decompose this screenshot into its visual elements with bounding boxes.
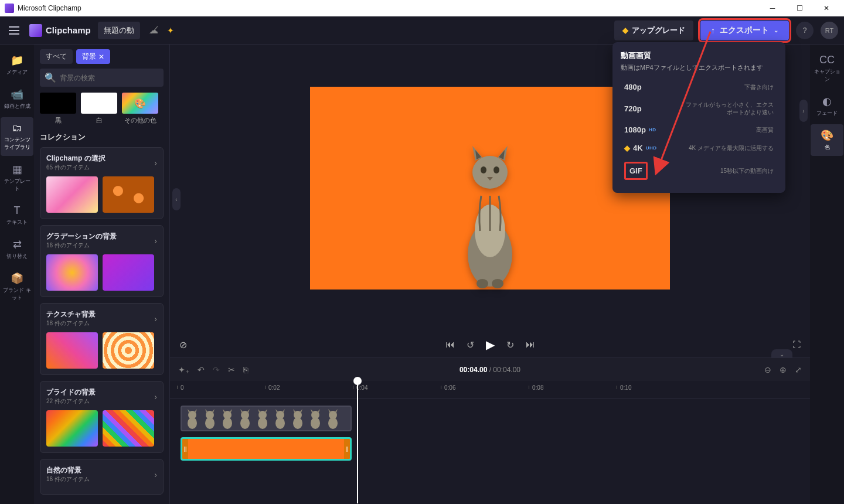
ai-sparkle-icon[interactable]: ✦ [167, 26, 174, 35]
brandkit-icon: 📦 [11, 272, 23, 285]
auto-icon[interactable]: ✦₊ [178, 365, 189, 374]
panel-collapse-right[interactable]: › [799, 100, 808, 122]
chevron-down-icon: ⌄ [774, 27, 778, 33]
fade-icon: ◐ [822, 95, 832, 108]
svg-point-6 [492, 279, 503, 288]
rail-fade[interactable]: ◐フェード [811, 90, 843, 122]
timeline-tracks: || || [170, 399, 810, 504]
chevron-right-icon: › [154, 392, 157, 401]
collection-clipchamp-picks[interactable]: Clipchamp の選択65 件のアイテム› [40, 147, 164, 219]
folder-icon: 📁 [11, 54, 23, 67]
rail-media[interactable]: 📁メディア [1, 49, 33, 81]
window-controls: ─ ☐ ✕ [760, 0, 839, 16]
close-icon[interactable]: ✕ [98, 53, 104, 61]
brand[interactable]: Clipchamp [29, 24, 91, 37]
swatch-white[interactable]: 白 [81, 93, 117, 125]
titlebar: Microsoft Clipchamp ─ ☐ ✕ [0, 0, 844, 16]
collection-pride[interactable]: プライドの背景22 件のアイテム› [40, 381, 164, 453]
panel-collapse-left[interactable]: ‹ [172, 188, 181, 210]
playhead[interactable] [357, 381, 358, 503]
search-input[interactable] [60, 74, 159, 82]
collections-heading: コレクション [40, 132, 164, 142]
forward-icon[interactable]: ↻ [506, 339, 514, 350]
clip-handle-right[interactable]: || [344, 439, 350, 459]
rail-transitions[interactable]: ⇄切り替え [1, 233, 33, 265]
chevron-right-icon: › [154, 470, 157, 479]
fullscreen-icon[interactable]: ⛶ [792, 340, 801, 349]
rail-record[interactable]: 📹録画と作成 [1, 83, 33, 115]
rail-captions[interactable]: CCキャプション [811, 49, 843, 88]
clipchamp-logo-icon [29, 24, 42, 37]
split-icon[interactable]: ⎘ [243, 365, 248, 374]
top-toolbar: Clipchamp 無題の動 ☁̸ ✦ ◆ アップグレード ↑ エクスポート ⌄… [0, 16, 844, 45]
quality-480p[interactable]: 480p下書き向け [621, 78, 777, 96]
chevron-right-icon: › [154, 314, 157, 323]
left-rail: 📁メディア 📹録画と作成 🗂コンテンツ ライブラリ ▦テンプレート Tテキスト … [0, 45, 34, 504]
project-title[interactable]: 無題の動 [98, 22, 140, 39]
side-panel: すべて 背景✕ 🔍 黒 白 🎨その他の色 コレクション Clipchamp の選… [34, 45, 170, 504]
grid-icon: ▦ [12, 163, 22, 176]
menu-button[interactable] [6, 22, 22, 39]
play-button[interactable]: ▶ [486, 338, 495, 352]
quality-gif[interactable]: GIF15秒以下の動画向け [621, 157, 777, 185]
cloud-sync-off-icon[interactable]: ☁̸ [147, 24, 160, 37]
rail-content-library[interactable]: 🗂コンテンツ ライブラリ [1, 117, 33, 156]
rail-brandkit[interactable]: 📦ブランド キット [1, 267, 33, 307]
maximize-button[interactable]: ☐ [787, 0, 812, 16]
zoom-out-icon[interactable]: ⊖ [764, 365, 771, 374]
skip-end-icon[interactable]: ⏭ [526, 339, 535, 350]
preview-disabled-icon[interactable]: ⊘ [179, 339, 187, 350]
diamond-icon: ◆ [624, 144, 630, 152]
rail-text[interactable]: Tテキスト [1, 200, 33, 231]
palette-icon: 🎨 [821, 129, 833, 142]
collection-texture[interactable]: テクスチャ背景18 件のアイテム› [40, 303, 164, 375]
search-icon: 🔍 [45, 72, 56, 83]
swatch-black[interactable]: 黒 [40, 93, 76, 125]
quality-720p[interactable]: 720pファイルがもっと小さく、エクスポートがより速い [621, 96, 777, 121]
svg-point-2 [472, 156, 508, 189]
user-avatar[interactable]: RT [821, 22, 838, 39]
playback-bar: ⊘ ⏮ ↺ ▶ ↻ ⏭ ⛶ [170, 332, 810, 357]
collection-nature[interactable]: 自然の背景16 件のアイテム› [40, 459, 164, 495]
close-button[interactable]: ✕ [814, 0, 839, 16]
app-logo-icon [5, 4, 14, 13]
upgrade-button[interactable]: ◆ アップグレード [614, 21, 693, 40]
quality-4k[interactable]: ◆4KUHD4K メディアを最大限に活用する [621, 139, 777, 157]
clip-handle-left[interactable]: || [182, 439, 188, 459]
filter-background[interactable]: 背景✕ [76, 49, 110, 64]
chevron-right-icon: › [154, 158, 157, 168]
zoom-in-icon[interactable]: ⊕ [780, 365, 787, 374]
minimize-button[interactable]: ─ [760, 0, 785, 16]
export-menu-title: 動画画質 [621, 50, 777, 61]
library-icon: 🗂 [12, 122, 22, 134]
help-button[interactable]: ? [796, 22, 814, 39]
search-box[interactable]: 🔍 [40, 69, 164, 87]
upload-icon: ↑ [711, 26, 715, 35]
filter-all[interactable]: すべて [40, 49, 73, 64]
cat-subject [452, 137, 528, 290]
video-clip-cat[interactable] [181, 406, 352, 431]
rail-color[interactable]: 🎨色 [811, 124, 843, 156]
diamond-icon: ◆ [622, 26, 628, 35]
collection-gradient[interactable]: グラデーションの背景16 件のアイテム› [40, 225, 164, 297]
background-clip-orange[interactable]: || || [181, 437, 352, 461]
export-quality-menu: 動画画質 動画はMP4ファイルとしてエクスポートされます 480p下書き向け 7… [612, 42, 785, 193]
cut-icon[interactable]: ✂ [228, 365, 235, 374]
redo-icon[interactable]: ↷ [213, 365, 220, 374]
export-menu-subtitle: 動画はMP4ファイルとしてエクスポートされます [621, 63, 777, 72]
text-icon: T [14, 205, 21, 217]
timeline-ruler[interactable]: 0 0:02 0:04 0:06 0:08 0:10 [170, 381, 810, 399]
window-title: Microsoft Clipchamp [18, 4, 81, 12]
chevron-right-icon: › [154, 236, 157, 246]
transition-icon: ⇄ [13, 238, 22, 251]
quality-1080p[interactable]: 1080pHD高画質 [621, 121, 777, 139]
right-rail: CCキャプション ◐フェード 🎨色 [810, 45, 844, 504]
rail-templates[interactable]: ▦テンプレート [1, 158, 33, 197]
export-button[interactable]: ↑ エクスポート ⌄ [700, 21, 789, 40]
fit-icon[interactable]: ⤢ [795, 365, 802, 374]
skip-start-icon[interactable]: ⏮ [445, 339, 455, 350]
undo-icon[interactable]: ↶ [198, 365, 205, 374]
svg-point-3 [481, 166, 486, 173]
rewind-icon[interactable]: ↺ [467, 339, 474, 350]
swatch-other[interactable]: 🎨その他の色 [122, 93, 158, 125]
